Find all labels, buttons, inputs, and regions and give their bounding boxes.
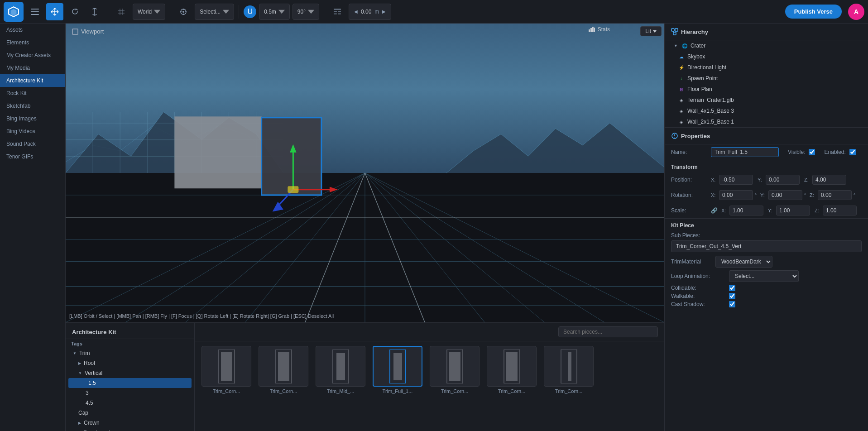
- move-tool-button[interactable]: [46, 3, 63, 20]
- sidebar-item-bing-images[interactable]: Bing Images: [0, 112, 65, 125]
- asset-thumbnail-7: [544, 346, 594, 387]
- rot-y-input[interactable]: [768, 190, 802, 200]
- pos-x-input[interactable]: [719, 175, 753, 185]
- trim-material-label: TrimMaterial: [671, 259, 712, 265]
- walkable-label: Walkable:: [671, 293, 725, 299]
- scale-y-input[interactable]: [776, 206, 810, 216]
- architecture-kit-title: Architecture Kit: [72, 329, 116, 335]
- hierarchy-title: Hierarchy: [681, 29, 708, 35]
- asset-item-4[interactable]: Trim_Full_1...: [370, 346, 425, 394]
- sidebar-item-sketchfab[interactable]: Sketchfab: [0, 100, 65, 112]
- walkable-row: Walkable:: [671, 293, 862, 299]
- hierarchy-item-spawn-point[interactable]: ↓ Spawn Point: [665, 73, 868, 84]
- asset-item-5[interactable]: Trim_Corn...: [427, 346, 482, 394]
- hierarchy-item-crater[interactable]: ▼ 🌐 Crater: [665, 40, 868, 51]
- asset-item-3[interactable]: Trim_Mid_...: [313, 346, 368, 394]
- sidebar-item-architecture-kit[interactable]: Architecture Kit: [0, 74, 65, 87]
- svg-rect-78: [675, 29, 678, 31]
- sidebar-item-rock-kit[interactable]: Rock Kit: [0, 87, 65, 100]
- topbar: World Selecti... U 0.5m 90° ◀ 0.00 m ▶ P…: [0, 0, 868, 24]
- sidebar-item-sound-pack[interactable]: Sound Pack: [0, 138, 65, 150]
- transform-title: Transform: [665, 160, 868, 172]
- asset-label-2: Trim_Corn...: [259, 388, 308, 394]
- tag-cap[interactable]: Cap: [66, 408, 194, 418]
- collidable-checkbox[interactable]: [729, 285, 735, 291]
- sidebar-item-my-media[interactable]: My Media: [0, 62, 65, 74]
- separator-1: [108, 5, 108, 19]
- position-row: Position: X: Y: Z:: [665, 172, 868, 187]
- selection-dropdown[interactable]: Selecti...: [195, 4, 234, 20]
- snap-dropdown[interactable]: 0.5m: [259, 4, 290, 20]
- tag-trim[interactable]: ▼ Trim: [66, 348, 194, 358]
- world-dropdown[interactable]: World: [133, 4, 165, 20]
- svg-rect-77: [671, 29, 674, 31]
- loop-animation-select[interactable]: Select...: [729, 270, 799, 282]
- asset-label-5: Trim_Corn...: [430, 388, 480, 394]
- scale-button[interactable]: [86, 3, 103, 20]
- hierarchy-item-floor-plan[interactable]: ⊟ Floor Plan: [665, 84, 868, 95]
- svg-rect-2: [31, 9, 39, 10]
- angle-dropdown[interactable]: 90°: [293, 4, 319, 20]
- separator-3: [239, 5, 239, 19]
- sidebar-item-bing-videos[interactable]: Bing Videos: [0, 125, 65, 138]
- hierarchy-item-skybox[interactable]: ☁ Skybox: [665, 51, 868, 62]
- scale-x-input[interactable]: [729, 206, 763, 216]
- svg-rect-69: [393, 353, 402, 380]
- publish-verse-button[interactable]: Publish Verse: [785, 5, 842, 19]
- trim-material-select[interactable]: WoodBeamDark: [715, 256, 772, 268]
- rot-z-input[interactable]: [818, 190, 852, 200]
- name-input[interactable]: [711, 147, 779, 157]
- walkable-checkbox[interactable]: [729, 293, 735, 299]
- properties-title: Properties: [681, 133, 710, 139]
- sidebar-item-elements[interactable]: Elements: [0, 36, 65, 49]
- tag-vertical[interactable]: ▼ Vertical: [66, 368, 194, 378]
- menu-button[interactable]: [26, 3, 43, 20]
- visible-checkbox[interactable]: [809, 149, 815, 155]
- asset-label-7: Trim_Corn...: [544, 388, 594, 394]
- hierarchy-item-terrain[interactable]: ◈ Terrain_Crater1.glb: [665, 95, 868, 105]
- uefn-icon: U: [244, 5, 256, 18]
- rotation-label: Rotation:: [671, 192, 707, 198]
- pos-y-input[interactable]: [766, 175, 800, 185]
- svg-rect-73: [506, 352, 518, 381]
- asset-item-2[interactable]: Trim_Corn...: [256, 346, 311, 394]
- asset-search-input[interactable]: [558, 326, 658, 337]
- hierarchy-item-directional-light[interactable]: ⚡ Directional Light: [665, 62, 868, 73]
- asset-item-1[interactable]: Trim_Corn...: [199, 346, 254, 394]
- svg-rect-60: [590, 28, 592, 32]
- position-xyz: X: Y: Z:: [711, 175, 862, 185]
- hierarchy-item-wall1[interactable]: ◈ Wall_4x1.5_Base 3: [665, 105, 868, 116]
- sidebar-item-assets[interactable]: Assets: [0, 24, 65, 36]
- tags-section-label: Tags: [66, 339, 194, 348]
- viewport[interactable]: Viewport Stats Lit [LMB] Orbit / Select …: [66, 24, 664, 322]
- scale-z-input[interactable]: [823, 206, 857, 216]
- tag-roof[interactable]: ▶ Roof: [66, 358, 194, 368]
- svg-rect-13: [338, 11, 341, 12]
- refresh-button[interactable]: [66, 3, 83, 20]
- grid-snap-icon: [113, 3, 130, 20]
- value-increase[interactable]: ▶: [381, 9, 387, 14]
- app-logo: [4, 2, 24, 22]
- sub-pieces-label: Sub Pieces:: [671, 232, 862, 239]
- separator-2: [170, 5, 170, 19]
- enabled-checkbox[interactable]: [849, 149, 856, 155]
- cast-shadow-checkbox[interactable]: [729, 301, 735, 307]
- stats-label[interactable]: Stats: [598, 26, 610, 33]
- tag-3[interactable]: 3: [66, 388, 194, 398]
- asset-item-7[interactable]: Trim_Corn...: [542, 346, 596, 394]
- rot-x-input[interactable]: [719, 190, 753, 200]
- hierarchy-item-wall2[interactable]: ◈ Wall_2x1.5_Base 1: [665, 116, 868, 127]
- collidable-label: Collidable:: [671, 285, 725, 291]
- sidebar-item-my-creator-assets[interactable]: My Creator Assets: [0, 49, 65, 62]
- tag-4.5[interactable]: 4.5: [66, 398, 194, 408]
- tag-baseboard[interactable]: ▶ Baseboard: [66, 428, 194, 431]
- pos-z-input[interactable]: [812, 175, 846, 185]
- position-label: Position:: [671, 177, 707, 183]
- asset-item-6[interactable]: Trim_Corn...: [484, 346, 539, 394]
- lit-dropdown[interactable]: Lit: [640, 26, 662, 36]
- sidebar-item-tenor-gifs[interactable]: Tenor GIFs: [0, 150, 65, 163]
- value-decrease[interactable]: ◀: [353, 9, 359, 14]
- tag-crown[interactable]: ▶ Crown: [66, 418, 194, 428]
- tag-1.5[interactable]: 1.5: [68, 378, 192, 388]
- rotation-row: Rotation: X: ° Y: ° Z: °: [665, 187, 868, 203]
